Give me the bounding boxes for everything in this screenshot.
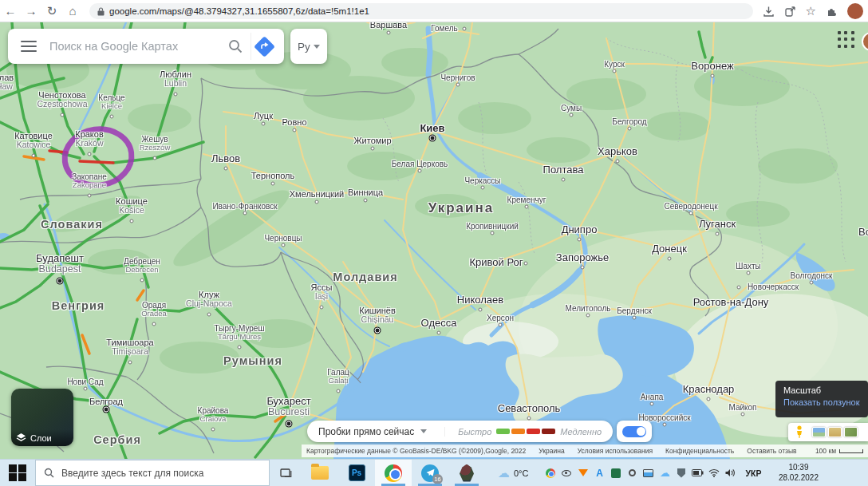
chevron-down-icon[interactable]	[420, 429, 427, 433]
map-label[interactable]: Харьков	[598, 146, 637, 157]
pegman-icon[interactable]	[795, 425, 804, 439]
map-label[interactable]: Краснодар	[683, 384, 735, 395]
map-label[interactable]: Молдавия	[333, 271, 397, 284]
chrome-tray-icon[interactable]	[544, 467, 556, 480]
keyboard-language[interactable]: УКР	[740, 468, 766, 478]
map-label[interactable]: ТимишоараTimișoara	[106, 338, 153, 357]
weather-widget[interactable]: ☁ 0°C	[490, 460, 536, 486]
feedback-link[interactable]: Оставить отзыв	[747, 447, 796, 455]
volume-icon[interactable]	[724, 467, 736, 480]
map-label[interactable]: Кривой Рог	[470, 257, 523, 268]
back-icon[interactable]: ←	[0, 4, 21, 18]
map-label[interactable]: БудапештBudapest	[36, 253, 84, 275]
map-label[interactable]: Сумы	[561, 104, 582, 113]
thumbnail-imagery[interactable]	[844, 427, 858, 437]
map-label[interactable]: ЗакопанеZakopane	[72, 172, 107, 189]
map-label[interactable]: ЧенстоховаCzęstochowa	[37, 90, 87, 109]
map-label[interactable]: КошицеKošice	[116, 196, 148, 215]
map-label[interactable]: Во	[858, 227, 868, 238]
start-button[interactable]	[0, 460, 35, 486]
photoshop-button[interactable]: Ps	[338, 460, 375, 486]
pinned-app-button[interactable]	[448, 460, 485, 486]
map-label[interactable]: Николаев	[457, 294, 503, 306]
map-label[interactable]: Кропивницкий	[466, 222, 519, 231]
clock[interactable]: 10:39 28.02.2022	[772, 463, 825, 483]
google-apps-grid-icon[interactable]	[838, 31, 855, 49]
map-label[interactable]: Новочеркасск	[748, 283, 799, 291]
map-label[interactable]: Шахты	[736, 262, 760, 271]
map-label[interactable]: Мелитополь	[566, 304, 611, 313]
telegram-button[interactable]: 16	[412, 460, 448, 486]
language-button[interactable]: Ру	[290, 29, 327, 64]
ring-tray-icon[interactable]	[626, 467, 638, 480]
map-label[interactable]: Ровно	[282, 117, 306, 127]
traffic-toggle[interactable]	[622, 426, 646, 437]
region-link[interactable]: Украина	[539, 447, 564, 455]
home-icon[interactable]: ⌂	[62, 4, 83, 18]
map-label[interactable]: лавław	[0, 73, 14, 92]
display-tray-icon[interactable]	[642, 467, 654, 480]
map-label[interactable]: КлужCluj-Napoca	[186, 290, 232, 309]
orange-app-tray-icon[interactable]	[577, 467, 589, 480]
map-label[interactable]: Винница	[348, 188, 383, 197]
map-label[interactable]: Хмельницкий	[290, 189, 344, 199]
map-label[interactable]: Майкоп	[728, 403, 756, 412]
map-label[interactable]: КраковKraków	[75, 129, 104, 148]
share-icon[interactable]	[784, 6, 796, 18]
security-shield-icon[interactable]	[675, 467, 687, 480]
extensions-icon[interactable]	[826, 6, 838, 18]
map-label[interactable]: Донецк	[652, 243, 687, 255]
traffic-toggle-card[interactable]	[617, 421, 652, 442]
map-label[interactable]: ГалацGalați	[327, 368, 349, 385]
map-label[interactable]: Анапа	[641, 393, 664, 401]
map-label[interactable]: Житомир	[353, 136, 391, 145]
task-view-button[interactable]	[270, 460, 302, 486]
map-canvas[interactable]: ВаршаваГомельЧерниговКурскВоронежСумыБел…	[0, 22, 868, 459]
bookmark-star-icon[interactable]: ☆	[806, 4, 816, 18]
directions-button[interactable]	[251, 33, 278, 60]
map-label[interactable]: Воронеж	[691, 61, 733, 72]
reload-icon[interactable]: ↻	[41, 4, 62, 18]
profile-avatar[interactable]	[847, 3, 863, 19]
privacy-link[interactable]: Конфиденциальность	[665, 447, 734, 455]
map-label[interactable]: ОрадяOradea	[141, 301, 167, 318]
layers-button[interactable]: Слои	[11, 389, 73, 446]
map-label[interactable]: ЛюблинLublin	[160, 69, 191, 89]
thumbnail-satellite[interactable]	[812, 427, 826, 437]
map-label[interactable]: Словакия	[41, 219, 103, 231]
downloads-icon[interactable]	[763, 6, 775, 18]
terms-link[interactable]: Условия использования	[578, 447, 653, 455]
map-label[interactable]: Луганск	[699, 219, 736, 230]
map-label[interactable]: Волгодонск	[791, 271, 833, 280]
map-label[interactable]: Ивано-Франковск	[212, 202, 277, 211]
forward-icon[interactable]: →	[21, 4, 41, 18]
map-label[interactable]: КрайоваCraiova	[198, 406, 229, 423]
map-label[interactable]: КишинёвChișinău	[359, 306, 396, 325]
map-label[interactable]: Тернополь	[251, 171, 295, 180]
show-slider-link[interactable]: Показать ползунок	[783, 397, 860, 407]
map-label[interactable]: Тыргу-МурешTârgu Mureș	[215, 324, 265, 341]
map-label[interactable]: ЖешувRzeszów	[140, 135, 171, 152]
eye-tray-icon[interactable]	[561, 467, 573, 480]
map-label[interactable]: Черновцы	[264, 234, 302, 243]
map-label[interactable]: Белая Церковь	[392, 160, 448, 168]
map-label[interactable]: БухарестBucurești	[266, 396, 310, 418]
map-label[interactable]: Запорожье	[556, 252, 609, 263]
file-explorer-button[interactable]	[302, 460, 338, 486]
map-label[interactable]: Варшава	[370, 22, 407, 30]
map-label[interactable]: КельцеKielce	[98, 93, 124, 110]
autodesk-tray-icon[interactable]: A	[594, 467, 606, 480]
traffic-dropdown[interactable]: Пробки прямо сейчас	[318, 426, 414, 437]
map-label[interactable]: Венгрия	[52, 300, 105, 313]
battery-icon[interactable]	[692, 467, 704, 480]
maps-search-input[interactable]	[48, 39, 220, 53]
thumbnail-terrain[interactable]	[828, 427, 842, 437]
map-label[interactable]: Румыния	[223, 355, 282, 368]
map-label[interactable]: Полтава	[543, 164, 584, 176]
map-label[interactable]: ДебреценDebrecen	[124, 257, 160, 274]
map-label[interactable]: Гомель	[431, 24, 457, 33]
map-label[interactable]: Одесса	[421, 318, 457, 329]
map-label[interactable]: Львов	[211, 153, 240, 164]
map-label[interactable]: Кременчуг	[507, 196, 546, 204]
map-label[interactable]: Северодонецк	[664, 202, 717, 211]
